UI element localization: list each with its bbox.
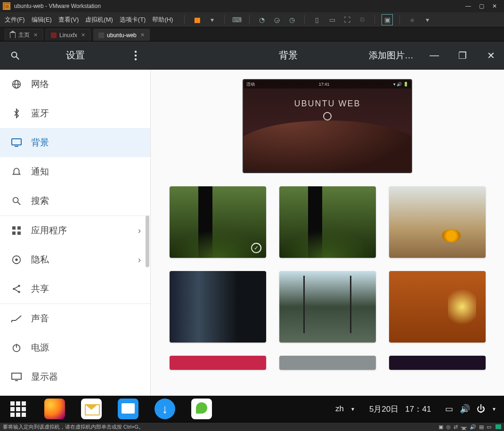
sidebar-item-monitor[interactable]: 显示器 <box>0 362 150 391</box>
wallpaper-thumbnail[interactable] <box>170 356 266 370</box>
menu-view[interactable]: 查看(V) <box>58 16 79 24</box>
vmware-menu-bar: 文件(F) 编辑(E) 查看(V) 虚拟机(M) 选项卡(T) 帮助(H) ▮▮… <box>0 12 504 27</box>
downloads-launcher[interactable] <box>154 399 175 419</box>
panel-date: 5月20日 <box>369 404 398 415</box>
selected-check-icon: ✓ <box>251 243 261 253</box>
sidebar-item-search[interactable]: 搜索 <box>0 186 150 216</box>
guest-display[interactable]: 设置 背景 添加图片… — ❐ ✕ 网络蓝牙背景通知搜索应用程序›隐私›共享声音… <box>0 41 504 423</box>
menu-file[interactable]: 文件(F) <box>5 16 25 24</box>
vm-send-keys-button[interactable]: ⌨ <box>231 14 243 25</box>
device-sound-icon[interactable]: 🔊 <box>470 424 476 430</box>
device-printer-icon[interactable]: ▤ <box>479 424 484 430</box>
vmware-tab-linuxfx[interactable]: Linuxfx ✕ <box>46 29 90 41</box>
sidebar-item-bell[interactable]: 通知 <box>0 157 150 186</box>
window-maximize-button[interactable]: ❐ <box>455 48 470 63</box>
stretch-dropdown[interactable]: ▾ <box>422 14 433 25</box>
globe-icon <box>10 78 23 90</box>
vm-pause-button[interactable]: ▮▮ <box>191 14 203 25</box>
wallpaper-thumbnail[interactable] <box>389 186 486 258</box>
view-single-button[interactable]: ▯ <box>311 14 323 25</box>
close-icon[interactable]: ✕ <box>81 32 85 38</box>
chevron-right-icon: › <box>138 226 141 236</box>
device-cd-icon[interactable]: ◎ <box>446 424 451 430</box>
device-hdd-icon[interactable]: ▣ <box>439 424 443 430</box>
wallpaper-thumbnail[interactable] <box>279 271 376 343</box>
menu-help[interactable]: 帮助(H) <box>152 16 173 24</box>
close-icon[interactable]: ✕ <box>33 32 38 38</box>
search-button[interactable] <box>8 48 23 63</box>
add-picture-button[interactable]: 添加图片… <box>369 49 414 62</box>
svg-point-0 <box>12 52 17 57</box>
menu-vm[interactable]: 虚拟机(M) <box>85 16 113 24</box>
vmware-title-bar: ubuntu-web - VMware Workstation — ▢ ✕ <box>0 0 504 12</box>
power-icon <box>10 342 23 354</box>
wallpaper-thumbnail[interactable] <box>389 271 486 343</box>
view-split-button[interactable]: ▭ <box>326 14 338 25</box>
message-log-button[interactable] <box>496 424 501 429</box>
window-close-button[interactable]: ✕ <box>483 48 498 63</box>
bt-icon <box>10 107 23 120</box>
snapshot-revert-button[interactable]: ◶ <box>271 14 283 25</box>
snapshot-take-button[interactable]: ◔ <box>256 14 268 25</box>
power-icon[interactable]: ⏻ <box>477 404 485 414</box>
gnome-panel: zh ▼ 5月20日 17：41 ▭ 🔊 ⏻ ▼ <box>0 396 504 422</box>
svg-line-11 <box>18 202 21 205</box>
svg-point-4 <box>135 58 137 60</box>
share-icon <box>10 283 23 295</box>
window-maximize-button[interactable]: ▢ <box>475 3 488 9</box>
vm-icon <box>51 32 57 38</box>
bell-icon <box>10 166 23 178</box>
svg-point-2 <box>135 50 137 52</box>
settings-content[interactable]: 活动 17:41 ▾ 🔊 🔋 UBUNTU WEB ✓ <box>151 70 504 396</box>
svg-line-22 <box>15 289 18 292</box>
view-fullscreen-button[interactable]: ⛶ <box>341 14 353 25</box>
wallpaper-thumbnail[interactable]: ✓ <box>170 186 266 258</box>
files-launcher[interactable] <box>118 399 138 419</box>
volume-icon[interactable]: 🔊 <box>460 404 470 414</box>
vmware-tab-label: ubuntu-web <box>107 32 137 39</box>
console-button[interactable]: ▣ <box>382 14 393 25</box>
sidebar-item-bt[interactable]: 蓝牙 <box>0 99 150 128</box>
menu-edit[interactable]: 编辑(E) <box>32 16 52 24</box>
svg-point-17 <box>15 258 18 261</box>
window-minimize-button[interactable]: — <box>427 48 442 63</box>
app-grid-button[interactable] <box>8 399 28 419</box>
window-minimize-button[interactable]: — <box>462 3 475 9</box>
device-net-icon[interactable]: ⇄ <box>454 424 458 430</box>
sidebar-item-display[interactable]: 背景 <box>0 128 150 157</box>
wallpaper-thumbnail[interactable] <box>279 356 376 370</box>
menu-tabs[interactable]: 选项卡(T) <box>120 16 146 24</box>
sidebar-scrollbar[interactable] <box>146 216 149 267</box>
settings-body: 网络蓝牙背景通知搜索应用程序›隐私›共享声音电源显示器 活动 17:41 ▾ 🔊… <box>0 70 504 396</box>
clock[interactable]: 5月20日 17：41 <box>369 404 431 415</box>
wallpaper-thumbnail[interactable] <box>279 186 376 258</box>
mail-launcher[interactable] <box>81 399 102 419</box>
device-display-icon[interactable]: ▭ <box>487 424 491 430</box>
chevron-down-icon[interactable]: ▼ <box>492 407 496 412</box>
vmware-tab-home[interactable]: 主页 ✕ <box>5 29 43 41</box>
wallpaper-thumbnail[interactable] <box>389 356 486 370</box>
stretch-button[interactable]: ⟐ <box>406 14 418 25</box>
firefox-launcher[interactable] <box>44 399 65 419</box>
sidebar-item-privacy[interactable]: 隐私› <box>0 245 150 274</box>
view-unity-button[interactable]: ⧉ <box>357 14 368 25</box>
monitor-icon <box>10 371 23 383</box>
wallpaper-grid: ✓ <box>160 186 495 370</box>
sidebar-item-share[interactable]: 共享 <box>0 274 150 303</box>
snapshot-manager-button[interactable]: ◷ <box>286 14 298 25</box>
vm-power-dropdown[interactable]: ▾ <box>206 14 218 25</box>
sidebar-item-sound[interactable]: 声音 <box>0 304 150 333</box>
sidebar-item-power[interactable]: 电源 <box>0 333 150 362</box>
sidebar-item-apps[interactable]: 应用程序› <box>0 216 150 245</box>
window-close-button[interactable]: ✕ <box>488 3 501 9</box>
close-icon[interactable]: ✕ <box>140 32 145 38</box>
sidebar-item-globe[interactable]: 网络 <box>0 70 150 99</box>
menu-button[interactable] <box>128 48 143 63</box>
input-method-indicator[interactable]: zh ▼ <box>335 404 355 414</box>
vmware-tab-ubuntu-web[interactable]: ubuntu-web ✕ <box>93 29 150 41</box>
network-icon[interactable]: ▭ <box>445 404 453 414</box>
svg-rect-15 <box>17 231 21 235</box>
wallpaper-thumbnail[interactable] <box>170 271 266 343</box>
device-usb-icon[interactable]: ᚘ <box>461 424 467 430</box>
web-apps-launcher[interactable] <box>191 399 212 419</box>
